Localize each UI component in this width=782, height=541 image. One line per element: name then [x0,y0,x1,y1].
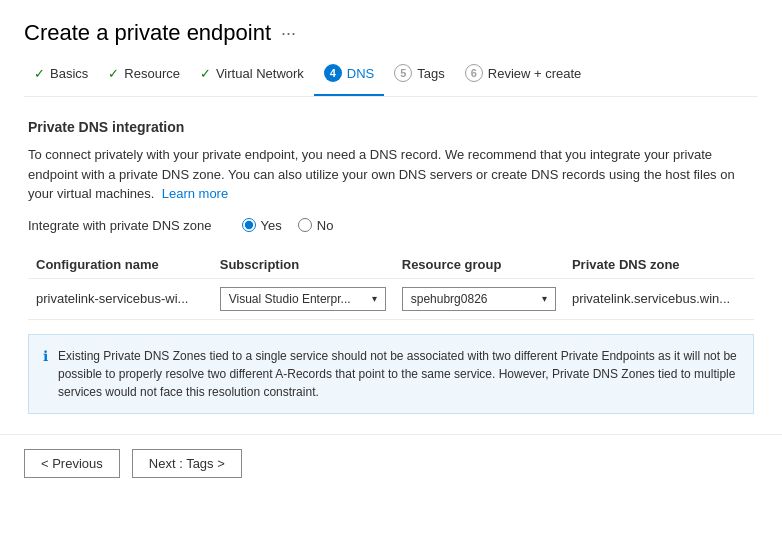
resource-group-value: spehubrg0826 [411,292,488,306]
step-label-resource: Resource [124,66,180,81]
step-basics[interactable]: ✓ Basics [24,66,98,81]
radio-no-label: No [317,218,334,233]
step-virtual-network[interactable]: ✓ Virtual Network [190,66,314,81]
next-button[interactable]: Next : Tags > [132,449,242,478]
footer-bar: < Previous Next : Tags > [0,434,782,492]
subscription-dropdown[interactable]: Visual Studio Enterpr... ▾ [220,287,386,311]
radio-yes-label: Yes [261,218,282,233]
description-text: To connect privately with your private e… [28,145,754,204]
radio-yes[interactable]: Yes [242,218,282,233]
dns-zone-label: Integrate with private DNS zone [28,218,212,233]
step-resource[interactable]: ✓ Resource [98,66,190,81]
subscription-chevron: ▾ [372,293,377,304]
radio-yes-input[interactable] [242,218,256,232]
step-circle-tags: 5 [394,64,412,82]
step-label-tags: Tags [417,66,444,81]
cell-subscription[interactable]: Visual Studio Enterpr... ▾ [212,278,394,319]
dns-table: Configuration name Subscription Resource… [28,251,754,320]
page-title: Create a private endpoint [24,20,271,46]
steps-bar: ✓ Basics ✓ Resource ✓ Virtual Network 4 … [24,64,758,97]
learn-more-link[interactable]: Learn more [162,186,228,201]
step-dns[interactable]: 4 DNS [314,64,384,96]
cell-resource-group[interactable]: spehubrg0826 ▾ [394,278,564,319]
col-subscription: Subscription [212,251,394,279]
more-options-icon[interactable]: ··· [281,23,296,44]
step-tags[interactable]: 5 Tags [384,64,454,82]
radio-group: Yes No [242,218,334,233]
col-dns-zone: Private DNS zone [564,251,754,279]
dns-zone-row: Integrate with private DNS zone Yes No [28,218,754,233]
cell-config-name: privatelink-servicebus-wi... [28,278,212,319]
table-row: privatelink-servicebus-wi... Visual Stud… [28,278,754,319]
step-label-vnet: Virtual Network [216,66,304,81]
info-icon: ℹ [43,348,48,364]
radio-no[interactable]: No [298,218,334,233]
step-review[interactable]: 6 Review + create [455,64,592,82]
step-circle-dns: 4 [324,64,342,82]
step-circle-review: 6 [465,64,483,82]
previous-button[interactable]: < Previous [24,449,120,478]
col-resource-group: Resource group [394,251,564,279]
radio-no-input[interactable] [298,218,312,232]
content-area: Private DNS integration To connect priva… [24,119,758,414]
step-check-resource: ✓ [108,66,119,81]
info-box: ℹ Existing Private DNS Zones tied to a s… [28,334,754,414]
subscription-value: Visual Studio Enterpr... [229,292,351,306]
section-title: Private DNS integration [28,119,754,135]
step-check-basics: ✓ [34,66,45,81]
resource-group-chevron: ▾ [542,293,547,304]
step-label-review: Review + create [488,66,582,81]
resource-group-dropdown[interactable]: spehubrg0826 ▾ [402,287,556,311]
step-check-vnet: ✓ [200,66,211,81]
step-label-basics: Basics [50,66,88,81]
info-text: Existing Private DNS Zones tied to a sin… [58,347,739,401]
col-config-name: Configuration name [28,251,212,279]
step-label-dns: DNS [347,66,374,81]
cell-dns-zone: privatelink.servicebus.win... [564,278,754,319]
